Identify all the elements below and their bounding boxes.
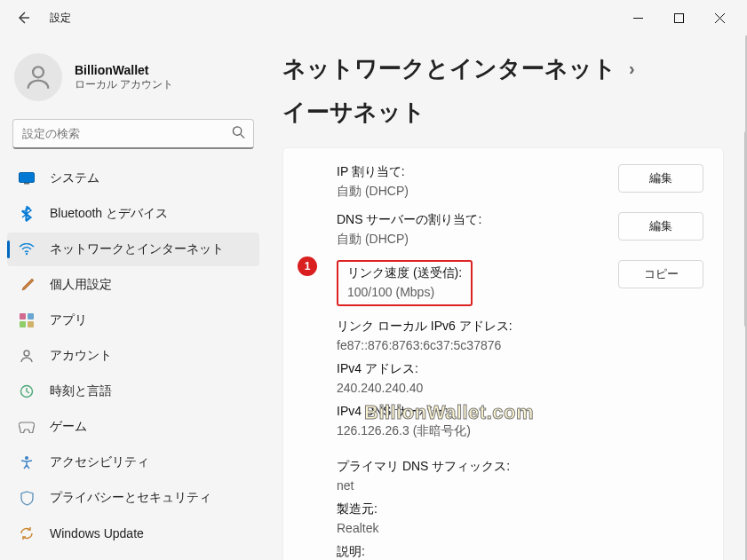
sidebar-item-label: ネットワークとインターネット <box>50 241 224 257</box>
row-value: 自動 (DHCP) <box>337 184 609 200</box>
search-container <box>12 119 254 149</box>
row-dns-suffix: プライマリ DNS サフィックス: net <box>337 459 703 493</box>
user-name: BillionWallet <box>75 63 173 77</box>
account-icon <box>18 347 36 365</box>
sidebar-item-accounts[interactable]: アカウント <box>7 339 259 373</box>
sidebar-item-time[interactable]: 時刻と言語 <box>7 375 259 408</box>
sidebar-item-label: プライバシーとセキュリティ <box>50 490 211 506</box>
row-value: 100/100 (Mbps) <box>347 285 462 299</box>
arrow-left-icon <box>16 11 30 25</box>
svg-rect-2 <box>674 13 683 22</box>
row-ipv4: IPv4 アドレス: 240.240.240.40 <box>337 361 703 395</box>
sidebar-item-label: Windows Update <box>50 526 144 540</box>
row-manufacturer: 製造元: Realtek <box>337 501 703 535</box>
svg-point-10 <box>26 253 28 255</box>
minimize-button[interactable] <box>617 4 658 32</box>
settings-panel: IP 割り当て: 自動 (DHCP) 編集 DNS サーバーの割り当て: 自動 … <box>282 147 724 560</box>
sidebar-item-bluetooth[interactable]: Bluetooth とデバイス <box>7 197 259 231</box>
sidebar-item-label: 個人用設定 <box>50 277 112 293</box>
copy-button[interactable]: コピー <box>618 260 703 288</box>
row-label: 製造元: <box>337 501 703 517</box>
sidebar-item-network[interactable]: ネットワークとインターネット <box>7 233 259 266</box>
search-icon <box>232 126 245 143</box>
sidebar-item-label: アクセシビリティ <box>50 454 149 470</box>
sidebar-item-apps[interactable]: アプリ <box>7 304 259 337</box>
row-value: 126.126.26.3 (非暗号化) <box>337 423 703 439</box>
minimize-icon <box>633 13 643 23</box>
svg-rect-13 <box>20 321 26 327</box>
svg-point-5 <box>33 67 44 77</box>
user-profile[interactable]: BillionWallet ローカル アカウント <box>7 43 259 115</box>
sidebar-item-system[interactable]: システム <box>7 162 259 195</box>
svg-rect-14 <box>28 321 34 327</box>
window-controls <box>617 4 740 32</box>
user-subtitle: ローカル アカウント <box>75 77 173 92</box>
chevron-right-icon: › <box>629 59 635 79</box>
edit-button[interactable]: 編集 <box>618 212 703 241</box>
close-icon <box>715 13 725 23</box>
highlight-box: リンク速度 (送受信): 100/100 (Mbps) <box>337 260 473 306</box>
sidebar-item-label: システム <box>50 170 99 186</box>
sidebar-item-gaming[interactable]: ゲーム <box>7 410 259 444</box>
maximize-button[interactable] <box>658 4 699 32</box>
maximize-icon <box>674 13 684 23</box>
row-value: Realtek <box>337 521 703 535</box>
svg-rect-12 <box>28 313 34 319</box>
row-label: IP 割り当て: <box>337 164 609 180</box>
svg-line-7 <box>241 134 244 138</box>
sidebar-item-accessibility[interactable]: アクセシビリティ <box>7 446 259 479</box>
clock-icon <box>18 383 36 400</box>
apps-icon <box>18 312 36 329</box>
row-label: 説明: <box>337 544 703 560</box>
brush-icon <box>18 276 36 294</box>
sidebar-item-label: ゲーム <box>50 419 87 435</box>
titlebar: 設定 <box>0 0 747 35</box>
sidebar-item-update[interactable]: Windows Update <box>7 517 259 550</box>
update-icon <box>18 525 36 542</box>
shield-icon <box>18 489 36 507</box>
svg-rect-11 <box>20 313 26 319</box>
window-title: 設定 <box>50 11 71 26</box>
sidebar-item-privacy[interactable]: プライバシーとセキュリティ <box>7 481 259 515</box>
bluetooth-icon <box>18 205 36 223</box>
row-dns-assignment: DNS サーバーの割り当て: 自動 (DHCP) 編集 <box>337 212 703 248</box>
nav-list: システム Bluetooth とデバイス ネットワークとインターネット 個人用設… <box>7 162 259 550</box>
row-link-speed: 1 リンク速度 (送受信): 100/100 (Mbps) コピー <box>337 260 703 306</box>
sidebar-item-label: アカウント <box>50 348 112 364</box>
row-value: net <box>337 478 703 493</box>
svg-point-17 <box>25 456 28 460</box>
svg-point-15 <box>24 351 29 356</box>
close-button[interactable] <box>699 4 740 32</box>
main-content: ネットワークとインターネット › イーサネット IP 割り当て: 自動 (DHC… <box>266 35 747 560</box>
breadcrumb-current: イーサネット <box>282 97 425 128</box>
svg-rect-9 <box>24 183 29 185</box>
row-label: プライマリ DNS サフィックス: <box>337 459 703 475</box>
person-icon <box>23 62 53 92</box>
sidebar-item-personalize[interactable]: 個人用設定 <box>7 268 259 302</box>
row-label: IPv4 アドレス: <box>337 361 703 377</box>
row-label: リンク速度 (送受信): <box>347 265 462 281</box>
row-ip-assignment: IP 割り当て: 自動 (DHCP) 編集 <box>337 164 703 200</box>
wifi-icon <box>18 241 36 258</box>
breadcrumb-parent[interactable]: ネットワークとインターネット <box>282 53 616 84</box>
back-button[interactable] <box>7 2 39 34</box>
row-ipv6-local: リンク ローカル IPv6 アドレス: fe87::876:8763:6c37:… <box>337 319 703 352</box>
accessibility-icon <box>18 454 36 471</box>
row-ipv4-dns: IPv4 DNS サーバー: 126.126.26.3 (非暗号化) <box>337 404 703 439</box>
search-input[interactable] <box>12 119 254 149</box>
sidebar-item-label: 時刻と言語 <box>50 383 112 399</box>
gamepad-icon <box>18 418 36 436</box>
row-label: IPv4 DNS サーバー: <box>337 404 703 420</box>
sidebar-item-label: Bluetooth とデバイス <box>50 206 168 222</box>
row-label: リンク ローカル IPv6 アドレス: <box>337 319 703 335</box>
svg-rect-8 <box>20 173 35 183</box>
row-value: 自動 (DHCP) <box>337 232 609 248</box>
row-value: 240.240.240.40 <box>337 381 703 395</box>
edit-button[interactable]: 編集 <box>618 164 703 193</box>
row-value: fe87::876:8763:6c37:5c37876 <box>337 338 703 352</box>
display-icon <box>18 170 36 187</box>
breadcrumb: ネットワークとインターネット › イーサネット <box>282 53 724 128</box>
svg-point-6 <box>233 127 241 135</box>
row-label: DNS サーバーの割り当て: <box>337 212 609 228</box>
sidebar: BillionWallet ローカル アカウント システム Bluetooth … <box>0 35 266 560</box>
